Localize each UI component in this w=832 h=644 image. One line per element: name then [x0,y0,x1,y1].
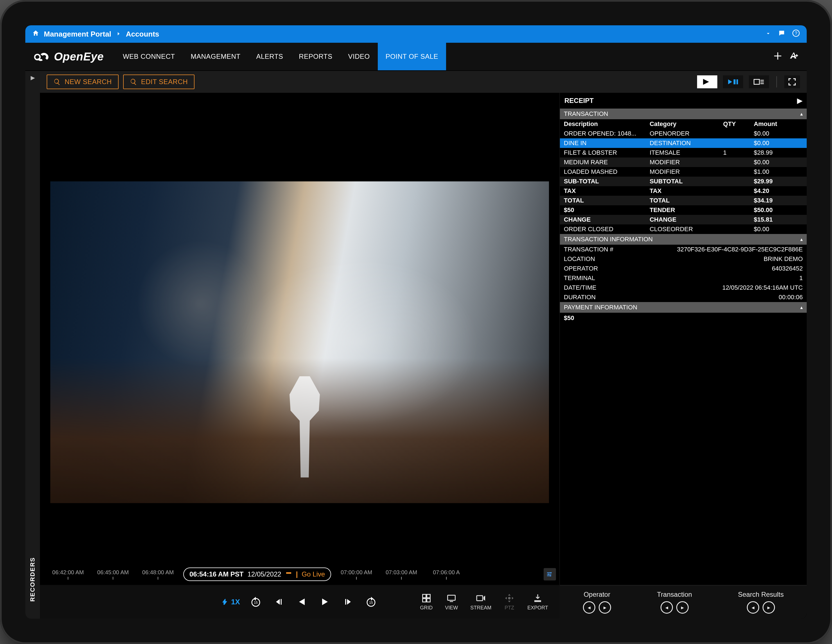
svg-text:15: 15 [369,601,373,605]
receipt-expand-icon[interactable]: ▶ [797,97,802,105]
rail-label-recorders[interactable]: RECORDERS [29,557,36,602]
go-live-button[interactable]: Go Live [302,570,325,578]
receipt-line[interactable]: $50TENDER$50.00 [560,205,807,215]
nav-tab-reports[interactable]: REPORTS [291,43,340,70]
rewind-15-button[interactable]: 15 [248,594,263,609]
operator-next-button[interactable]: ▸ [599,601,611,614]
view-mode-single-button[interactable] [697,75,717,88]
section-transaction[interactable]: TRANSACTION ▴ [560,109,807,119]
view-mode-split-button[interactable] [723,75,743,88]
timeline-tick[interactable]: 06:42:00 AM [48,569,88,580]
dropdown-caret-icon[interactable] [765,30,771,38]
svg-text:?: ? [795,30,797,35]
playback-bar: 1X 15 [40,585,559,619]
forward-15-button[interactable]: 15 [364,594,378,609]
transaction-info-row: DURATION00:00:06 [560,293,807,302]
transaction-prev-button[interactable]: ◂ [661,601,673,614]
svg-rect-19 [450,601,453,602]
svg-point-12 [548,574,549,575]
operator-prev-button[interactable]: ◂ [583,601,595,614]
view-tool[interactable]: VIEW [445,593,458,611]
nav-transaction: Transaction ◂ ▸ [657,591,692,614]
section-payment-info[interactable]: PAYMENT INFORMATION ▴ [560,302,807,313]
timeline-tick[interactable]: 07:00:00 AM [337,569,376,580]
timeline-current-time: 06:54:16 AM PST [189,570,244,578]
timeline-settings-button[interactable] [544,568,556,580]
pill-divider: | [296,570,298,578]
receipt-line[interactable]: FILET & LOBSTERITEMSALE1$28.99 [560,148,807,157]
receipt-line[interactable]: TAXTAX$4.20 [560,186,807,196]
breadcrumb-portal[interactable]: Management Portal [44,30,111,38]
nav-operator: Operator ◂ ▸ [583,591,611,614]
svg-rect-20 [477,596,483,601]
toolbar: NEW SEARCH EDIT SEARCH [40,71,807,93]
breadcrumb-page[interactable]: Accounts [126,30,159,38]
new-search-button[interactable]: NEW SEARCH [46,75,118,89]
separator [776,76,777,88]
transaction-info-row: OPERATOR640326452 [560,264,807,273]
svg-point-21 [508,597,511,599]
brand-name: OpenEye [54,50,104,63]
svg-rect-7 [760,82,764,82]
transaction-next-button[interactable]: ▸ [676,601,689,614]
home-icon[interactable] [32,29,39,39]
svg-rect-6 [760,80,764,81]
video-viewport[interactable] [40,93,559,564]
frame-back-button[interactable] [272,594,286,609]
play-button[interactable] [318,594,332,609]
receipt-line[interactable]: CHANGECHANGE$15.81 [560,215,807,224]
results-prev-button[interactable]: ◂ [747,601,759,614]
left-rail: ▶ RECORDERS [25,71,40,619]
help-icon[interactable]: ? [792,29,800,39]
play-reverse-button[interactable] [294,594,309,609]
collapse-icon[interactable]: ▴ [800,236,803,242]
timeline-tick[interactable]: 07:06:00 A [427,569,466,580]
svg-rect-3 [734,79,736,84]
breadcrumb-bar: Management Portal Accounts ? [25,25,807,43]
receipt-line[interactable]: ORDER CLOSEDCLOSEORDER$0.00 [560,224,807,234]
text-size-icon[interactable] [789,51,799,62]
video-frame [50,181,549,503]
expand-rail-icon[interactable]: ▶ [30,74,35,81]
nav-tab-management[interactable]: MANAGEMENT [183,43,248,70]
nav-tab-point-of-sale[interactable]: POINT OF SALE [378,43,446,70]
timeline[interactable]: 06:42:00 AM 06:45:00 AM 06:48:00 AM 06:5… [40,564,559,585]
svg-rect-8 [760,83,764,84]
timeline-current-pill[interactable]: 06:54:16 AM PST 12/05/2022 | Go Live [183,567,331,581]
add-icon[interactable] [773,51,783,62]
receipt-line[interactable]: ORDER OPENED: 1048...OPENORDER$0.00 [560,129,807,138]
section-transaction-info[interactable]: TRANSACTION INFORMATION ▴ [560,234,807,245]
chat-icon[interactable] [778,29,786,39]
brand-logo[interactable]: OpenEye [33,50,104,63]
receipt-line[interactable]: MEDIUM RAREMODIFIER$0.00 [560,157,807,167]
playback-speed[interactable]: 1X [221,598,240,606]
transaction-info-row: TRANSACTION #3270F326-E30F-4C82-9D3F-25E… [560,245,807,254]
calendar-icon[interactable] [285,571,292,578]
ptz-tool[interactable]: PTZ [504,593,515,611]
svg-rect-5 [754,79,760,84]
fullscreen-button[interactable] [784,75,800,88]
receipt-line[interactable]: DINE INDESTINATION$0.00 [560,138,807,148]
receipt-line[interactable]: LOADED MASHEDMODIFIER$1.00 [560,167,807,176]
chevron-right-icon [116,30,122,38]
receipt-header[interactable]: RECEIPT ▶ [560,93,807,109]
grid-tool[interactable]: GRID [420,593,433,611]
export-tool[interactable]: EXPORT [527,593,548,611]
receipt-panel: RECEIPT ▶ TRANSACTION ▴ Description Cate… [559,93,807,619]
frame-forward-button[interactable] [341,594,355,609]
receipt-line[interactable]: SUB-TOTALSUBTOTAL$29.99 [560,176,807,186]
nav-tab-web-connect[interactable]: WEB CONNECT [115,43,183,70]
nav-tab-video[interactable]: VIDEO [340,43,378,70]
collapse-icon[interactable]: ▴ [800,111,803,117]
receipt-line[interactable]: TOTALTOTAL$34.19 [560,196,807,205]
nav-tab-alerts[interactable]: ALERTS [248,43,291,70]
stream-tool[interactable]: STREAM [470,593,491,611]
receipt-columns: Description Category QTY Amount [560,119,807,129]
edit-search-button[interactable]: EDIT SEARCH [123,75,195,89]
timeline-tick[interactable]: 07:03:00 AM [382,569,421,580]
collapse-icon[interactable]: ▴ [800,304,803,311]
timeline-tick[interactable]: 06:48:00 AM [138,569,178,580]
timeline-tick[interactable]: 06:45:00 AM [93,569,133,580]
view-mode-list-button[interactable] [749,75,769,88]
results-next-button[interactable]: ▸ [763,601,775,614]
